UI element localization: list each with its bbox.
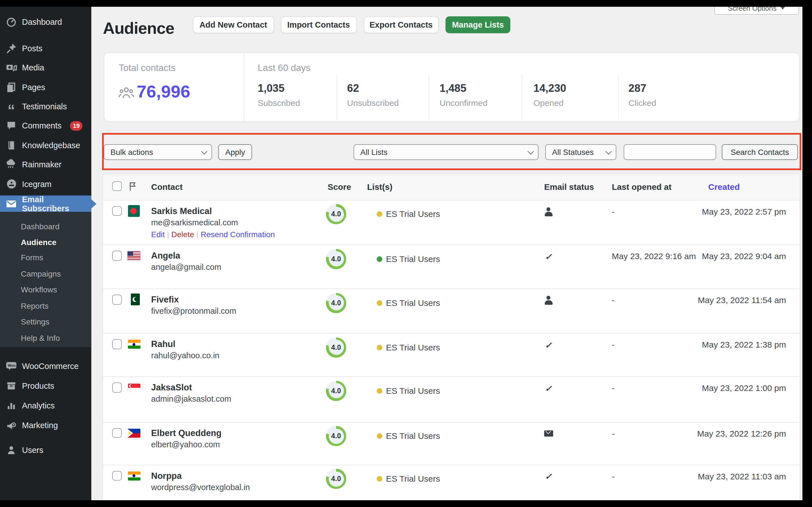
stat-label: Unsubscribed — [347, 97, 399, 108]
submenu-label: Settings — [21, 317, 49, 326]
add-new-contact-button[interactable]: Add New Contact — [193, 16, 274, 33]
sidebar-item-testimonials[interactable]: “ Testimonials — [0, 97, 91, 116]
screen-options-button[interactable]: Screen Options — [714, 6, 799, 14]
row-checkbox[interactable] — [112, 383, 122, 392]
pushpin-icon — [6, 43, 17, 54]
sidebar-item-label: Posts — [22, 44, 43, 53]
contact-row: Norppa wordpress@vortexglobal.in 4.0 ES … — [103, 464, 799, 500]
edit-link[interactable]: Edit — [151, 230, 165, 238]
sidebar-item-marketing[interactable]: Marketing — [0, 415, 91, 435]
header-email-status: Email status — [544, 182, 594, 192]
contact-name[interactable]: JaksaSlot — [151, 383, 192, 392]
last-opened-value: - — [612, 206, 615, 217]
submenu-item-help-info[interactable]: Help & Info — [0, 330, 91, 346]
contact-name[interactable]: Rahul — [151, 340, 175, 349]
submenu-item-campaigns[interactable]: Campaigns — [0, 266, 91, 281]
created-value: May 23, 2022 1:00 pm — [702, 383, 786, 393]
submenu-item-reports[interactable]: Reports — [0, 298, 91, 314]
row-checkbox[interactable] — [112, 339, 122, 349]
icegram-face-icon — [6, 178, 17, 189]
sidebar-item-label: Rainmaker — [22, 160, 61, 169]
bulk-actions-select[interactable]: Bulk actions — [104, 144, 212, 160]
svg-text:Woo: Woo — [8, 363, 15, 367]
sidebar-item-woocommerce[interactable]: Woo WooCommerce — [0, 356, 91, 376]
sidebar-item-dashboard[interactable]: Dashboard — [0, 12, 91, 32]
submenu-item-forms[interactable]: Forms — [0, 249, 91, 265]
header-created-sort[interactable]: Created — [708, 182, 740, 192]
sidebar-item-media[interactable]: Media — [0, 58, 91, 77]
contact-email: fivefix@protonmail.com — [151, 306, 236, 316]
submenu-item-settings[interactable]: Settings — [0, 314, 91, 330]
sidebar-item-pages[interactable]: Pages — [0, 77, 91, 97]
export-contacts-button[interactable]: Export Contacts — [364, 16, 439, 33]
sidebar-item-label: Media — [22, 63, 44, 72]
row-actions: Edit|Delete|Resend Confirmation — [151, 230, 275, 238]
stat-value: 62 — [347, 81, 399, 95]
row-checkbox[interactable] — [112, 206, 122, 216]
sidebar-item-knowledgebase[interactable]: Knowledgebase — [0, 135, 91, 155]
manage-lists-button[interactable]: Manage Lists — [446, 16, 510, 33]
row-checkbox[interactable] — [112, 295, 122, 304]
separator: | — [194, 230, 200, 238]
chevron-down-icon — [780, 7, 785, 10]
all-lists-select[interactable]: All Lists — [354, 144, 539, 160]
select-all-checkbox[interactable] — [112, 181, 122, 191]
delete-link[interactable]: Delete — [171, 230, 194, 238]
search-input[interactable] — [624, 144, 716, 160]
people-group-icon — [118, 86, 134, 101]
dashboard-icon — [6, 16, 17, 27]
submenu-item-audience[interactable]: Audience — [0, 234, 91, 250]
submenu-item-dashboard[interactable]: Dashboard — [0, 218, 91, 234]
sidebar-item-icegram[interactable]: Icegram — [0, 174, 91, 193]
created-value: May 23, 2022 9:04 am — [702, 251, 786, 262]
all-statuses-select[interactable]: All Statuses — [545, 144, 616, 160]
contacts-table: Contact Score List(s) Email status Last … — [102, 173, 800, 500]
resend-confirmation-link[interactable]: Resend Confirmation — [201, 230, 275, 238]
admin-sidebar: Dashboard Posts Media Pages “ Testimonia… — [0, 6, 91, 500]
sidebar-item-products[interactable]: Products — [0, 376, 91, 395]
contact-name[interactable]: Sarkis Medical — [151, 207, 212, 216]
score-value: 4.0 — [328, 207, 344, 222]
sidebar-item-email-subscribers[interactable]: Email Subscribers — [0, 195, 91, 212]
list-color-dot — [377, 256, 382, 262]
stat-value: 14,230 — [534, 81, 566, 95]
sidebar-item-users[interactable]: Users — [0, 441, 91, 460]
contact-email: angela@gmail.com — [151, 263, 221, 272]
row-checkbox[interactable] — [112, 428, 122, 438]
score-value: 4.0 — [328, 383, 344, 398]
contact-name[interactable]: Angela — [151, 251, 180, 260]
contact-row: Angela angela@gmail.com 4.0 ES Trial Use… — [103, 244, 799, 288]
stat-value: 1,035 — [258, 81, 300, 95]
contact-row: Elbert Queddeng elbert@yahoo.com 4.0 ES … — [103, 421, 799, 464]
created-value: May 23, 2022 11:03 am — [698, 471, 786, 482]
import-contacts-button[interactable]: Import Contacts — [281, 16, 357, 33]
submenu-item-workflows[interactable]: Workflows — [0, 282, 91, 297]
header-last-opened: Last opened at — [612, 182, 672, 192]
row-checkbox[interactable] — [112, 471, 122, 481]
divider — [522, 75, 522, 119]
row-checkbox[interactable] — [112, 251, 122, 261]
woocommerce-icon: Woo — [6, 360, 17, 372]
stat-value: 1,485 — [440, 81, 488, 95]
list-color-dot — [377, 300, 382, 305]
country-flag-india — [128, 471, 140, 480]
user-status-icon — [545, 207, 552, 216]
contact-name[interactable]: Fivefix — [151, 295, 179, 304]
stat-unconfirmed: 1,485 Unconfirmed — [440, 81, 488, 108]
flag-column-icon — [128, 181, 137, 193]
sidebar-item-comments[interactable]: Comments 19 — [0, 116, 91, 135]
contact-name[interactable]: Elbert Queddeng — [151, 429, 221, 438]
apply-button[interactable]: Apply — [218, 144, 252, 160]
divider — [244, 53, 244, 121]
engagement-score-ring: 4.0 — [326, 426, 346, 446]
stat-unsubscribed: 62 Unsubscribed — [347, 81, 399, 108]
period-label: Last 60 days — [258, 62, 310, 73]
sidebar-item-posts[interactable]: Posts — [0, 39, 91, 58]
search-contacts-button[interactable]: Search Contacts — [722, 144, 798, 160]
contact-name[interactable]: Norppa — [151, 471, 182, 480]
sidebar-item-analytics[interactable]: Analytics — [0, 396, 91, 415]
score-value: 4.0 — [328, 429, 344, 444]
submenu-label: Workflows — [21, 285, 57, 294]
sidebar-item-rainmaker[interactable]: Rainmaker — [0, 155, 91, 174]
main-content: Screen Options Audience Add New Contact … — [91, 6, 802, 500]
